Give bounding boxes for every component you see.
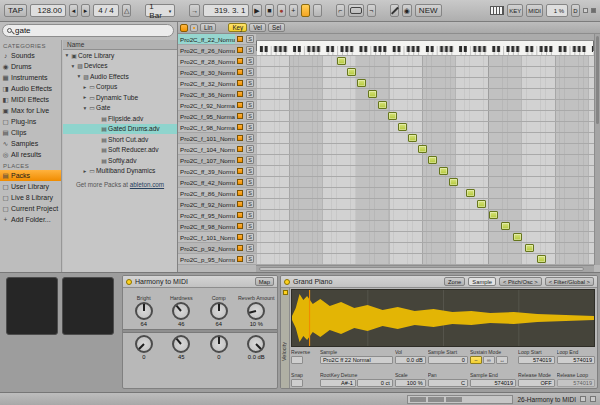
sample-name[interactable]: Pro2C_f_95_Normal [178, 111, 235, 122]
auto-select-button[interactable] [180, 24, 188, 32]
key-zone-lane[interactable] [256, 78, 594, 89]
browser-category-item[interactable]: ▤ Clips [0, 127, 61, 138]
sample-name[interactable]: Pro2C_ff_95_Normal [178, 210, 235, 221]
ableton-com-link[interactable]: ableton.com [130, 181, 164, 188]
record-button[interactable]: ● [277, 4, 286, 17]
browser-category-item[interactable]: ▢ Plug-ins [0, 116, 61, 127]
sample-row[interactable]: Pro2C_ff_28_Normal S [178, 56, 594, 67]
key-zone-lane[interactable] [256, 199, 594, 210]
sustain-loop-icon[interactable]: ∞ [483, 356, 495, 364]
sample-name[interactable]: Pro2C_ff_28_Normal [178, 56, 235, 67]
device-on-led[interactable] [284, 279, 290, 285]
key-zone-marker[interactable] [378, 101, 387, 109]
key-zone-lane[interactable] [256, 254, 594, 265]
solo-button[interactable]: S [246, 244, 254, 252]
tab-pitch-osc[interactable]: < Pitch/Osc > [499, 277, 542, 286]
sample-name-field[interactable]: Pro2C ff 22 Normal [320, 356, 393, 364]
waveform-display[interactable] [291, 289, 595, 347]
punch-out-button[interactable]: ¬ [367, 4, 376, 17]
loop-button[interactable] [348, 4, 364, 17]
sample-row[interactable]: Pro2C_ff_98_Normal S [178, 221, 594, 232]
key-zone-lane[interactable] [256, 111, 594, 122]
browser-tree-item[interactable]: ▸ ▭ Corpus [63, 82, 177, 93]
velocity-led[interactable] [283, 290, 288, 295]
sample-active-led[interactable] [237, 91, 243, 97]
key-zone-marker[interactable] [439, 167, 448, 175]
key-zone-marker[interactable] [513, 233, 522, 241]
tap-tempo-button[interactable]: TAP [4, 4, 27, 17]
zone-editor-toggle-button[interactable]: Zone [444, 277, 465, 286]
sample-row[interactable]: Pro2C_f_101_Normal S [178, 133, 594, 144]
tab-filter-global[interactable]: < Filter/Global > [545, 277, 594, 286]
sample-active-led[interactable] [237, 256, 243, 262]
browser-tree-item[interactable]: ▾ ▨ Devices [63, 61, 177, 72]
key-zone-marker[interactable] [477, 200, 486, 208]
sample-row[interactable]: Pro2C_ff_86_Normal S [178, 188, 594, 199]
browser-category-item[interactable]: ◧ MIDI Effects [0, 94, 61, 105]
pan-field[interactable]: C [428, 379, 468, 387]
browser-tree-item[interactable]: ▤ Soft Reducer.adv [63, 145, 177, 156]
sample-active-led[interactable] [237, 201, 243, 207]
tab-select-zones[interactable]: Sel [268, 23, 285, 32]
solo-button[interactable]: S [246, 156, 254, 164]
sample-row[interactable]: Pro2C_f_95_Normal S [178, 111, 594, 122]
browser-tree-item[interactable]: ▾ ▣ Core Library [63, 50, 177, 61]
key-zone-lane[interactable] [256, 166, 594, 177]
sample-active-led[interactable] [237, 36, 243, 42]
browser-search[interactable] [2, 24, 174, 37]
knob-dial[interactable] [172, 335, 190, 353]
sample-active-led[interactable] [237, 234, 243, 240]
browser-tree-item[interactable]: ▤ Softly.adv [63, 155, 177, 166]
search-input[interactable] [15, 26, 170, 35]
browser-category-item[interactable]: ◨ Audio Effects [0, 83, 61, 94]
knob-value[interactable]: 46 [178, 321, 184, 327]
sample-name[interactable]: Pro2C_p_92_Normal [178, 243, 235, 254]
sample-active-led[interactable] [237, 47, 243, 53]
session-record-button[interactable]: ◉ [402, 4, 412, 17]
sample-active-led[interactable] [237, 58, 243, 64]
solo-button[interactable]: S [246, 167, 254, 175]
solo-button[interactable]: S [246, 123, 254, 131]
automation-arm-button[interactable] [301, 4, 310, 17]
solo-button[interactable]: S [246, 222, 254, 230]
key-zone-marker[interactable] [398, 123, 407, 131]
key-zone-lane[interactable] [256, 67, 594, 78]
sample-row[interactable]: Pro2C_ff_36_Normal S [178, 89, 594, 100]
key-zone-lane[interactable] [256, 221, 594, 232]
browser-place-item[interactable]: ▢ Live 8 Library [0, 192, 61, 203]
solo-button[interactable]: S [246, 68, 254, 76]
sample-active-led[interactable] [237, 157, 243, 163]
browser-tree-item[interactable]: ▤ Gated Drums.adv [63, 124, 177, 135]
key-zone-lane[interactable] [256, 177, 594, 188]
browser-tree-item[interactable]: ▸ ▭ Dynamic Tube [63, 92, 177, 103]
sample-name[interactable]: Pro2C_ff_22_Normal [178, 34, 235, 45]
sustain-off-icon[interactable]: – [470, 356, 482, 364]
key-zone-marker[interactable] [337, 57, 346, 65]
sample-name[interactable]: Pro2C_ff_86_Normal [178, 188, 235, 199]
clip-overview-box[interactable] [62, 277, 114, 335]
knob-dial[interactable] [210, 302, 228, 320]
browser-category-item[interactable]: ◉ Drums [0, 61, 61, 72]
key-zone-marker[interactable] [428, 156, 437, 164]
tab-sample[interactable]: Sample [468, 277, 496, 286]
key-zone-marker[interactable] [388, 112, 397, 120]
sample-name[interactable]: Pro2C_ff_36_Normal [178, 89, 235, 100]
sample-row[interactable]: Pro2C_f_104_Normal S [178, 144, 594, 155]
key-zone-marker[interactable] [537, 255, 546, 263]
browser-tree-item[interactable]: ▾ ▭ Gate [63, 103, 177, 114]
sample-name[interactable]: Pro2C_ff_92_Normal [178, 199, 235, 210]
play-button[interactable]: ▶ [252, 4, 261, 17]
key-zone-marker[interactable] [525, 244, 534, 252]
key-zone-lane[interactable] [256, 210, 594, 221]
solo-button[interactable]: S [246, 35, 254, 43]
sample-name[interactable]: Pro2C_ff_98_Normal [178, 221, 235, 232]
browser-category-item[interactable]: ◎ All results [0, 149, 61, 160]
key-map-mode-button[interactable]: KEY [507, 4, 523, 17]
sample-end-field[interactable]: 574019 [470, 379, 516, 387]
draw-mode-button[interactable] [390, 4, 399, 17]
reenable-automation-button[interactable] [313, 4, 322, 17]
device-chain-overview[interactable] [407, 395, 513, 404]
key-zone-lane[interactable] [256, 155, 594, 166]
scrollbar-thumb[interactable] [596, 36, 599, 124]
device-title-bar[interactable]: Grand Piano Zone Sample < Pitch/Osc > < … [281, 276, 597, 288]
